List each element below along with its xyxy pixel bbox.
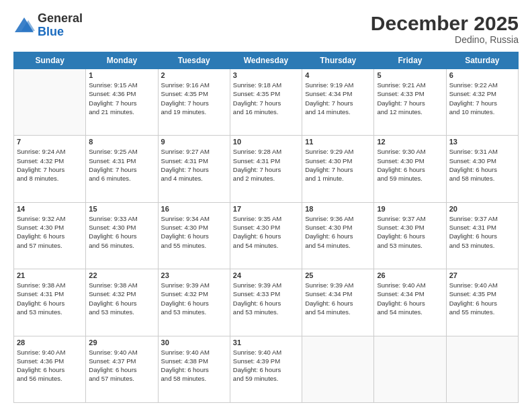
day-details: Sunrise: 9:29 AMSunset: 4:30 PMDaylight:… (305, 147, 371, 183)
day-details: Sunrise: 9:40 AMSunset: 4:35 PMDaylight:… (449, 281, 515, 316)
table-row: 14Sunrise: 9:32 AMSunset: 4:30 PMDayligh… (14, 202, 86, 269)
table-row: 26Sunrise: 9:40 AMSunset: 4:34 PMDayligh… (374, 269, 446, 336)
day-details: Sunrise: 9:35 AMSunset: 4:30 PMDaylight:… (233, 214, 299, 250)
table-row: 25Sunrise: 9:39 AMSunset: 4:34 PMDayligh… (302, 269, 374, 336)
table-row: 20Sunrise: 9:37 AMSunset: 4:31 PMDayligh… (446, 202, 518, 269)
table-row: 3Sunrise: 9:18 AMSunset: 4:35 PMDaylight… (230, 69, 302, 136)
table-row: 18Sunrise: 9:36 AMSunset: 4:30 PMDayligh… (302, 202, 374, 269)
table-row: 19Sunrise: 9:37 AMSunset: 4:30 PMDayligh… (374, 202, 446, 269)
day-details: Sunrise: 9:34 AMSunset: 4:30 PMDaylight:… (161, 214, 227, 250)
table-row: 8Sunrise: 9:25 AMSunset: 4:31 PMDaylight… (86, 136, 158, 202)
day-details: Sunrise: 9:39 AMSunset: 4:33 PMDaylight:… (233, 281, 299, 316)
table-row: 5Sunrise: 9:21 AMSunset: 4:33 PMDaylight… (374, 69, 446, 136)
day-number: 7 (17, 138, 83, 146)
table-row: 23Sunrise: 9:39 AMSunset: 4:32 PMDayligh… (158, 269, 230, 336)
day-details: Sunrise: 9:16 AMSunset: 4:35 PMDaylight:… (161, 81, 227, 116)
day-details: Sunrise: 9:15 AMSunset: 4:36 PMDaylight:… (89, 81, 154, 116)
day-details: Sunrise: 9:37 AMSunset: 4:30 PMDaylight:… (377, 214, 443, 250)
table-row (14, 69, 86, 136)
logo-blue: Blue (38, 26, 83, 39)
day-number: 13 (449, 138, 515, 146)
title-block: December 2025 Dedino, Russia (371, 12, 519, 45)
col-monday: Monday (86, 52, 158, 69)
table-row: 7Sunrise: 9:24 AMSunset: 4:32 PMDaylight… (14, 136, 86, 202)
day-details: Sunrise: 9:37 AMSunset: 4:31 PMDaylight:… (449, 214, 515, 250)
table-row: 30Sunrise: 9:40 AMSunset: 4:38 PMDayligh… (158, 336, 230, 402)
col-wednesday: Wednesday (230, 52, 302, 69)
logo-icon (13, 16, 35, 35)
table-row: 10Sunrise: 9:28 AMSunset: 4:31 PMDayligh… (230, 136, 302, 202)
day-number: 22 (89, 271, 154, 279)
table-row: 6Sunrise: 9:22 AMSunset: 4:32 PMDaylight… (446, 69, 518, 136)
day-number: 30 (161, 338, 227, 347)
col-saturday: Saturday (446, 52, 518, 69)
day-details: Sunrise: 9:38 AMSunset: 4:32 PMDaylight:… (89, 281, 154, 316)
table-row (446, 336, 518, 402)
day-number: 8 (89, 138, 154, 146)
header: General Blue December 2025 Dedino, Russi… (13, 12, 519, 45)
page: General Blue December 2025 Dedino, Russi… (0, 0, 532, 411)
col-friday: Friday (374, 52, 446, 69)
day-details: Sunrise: 9:33 AMSunset: 4:30 PMDaylight:… (89, 214, 154, 250)
day-number: 16 (161, 205, 227, 213)
day-details: Sunrise: 9:31 AMSunset: 4:30 PMDaylight:… (449, 147, 515, 183)
calendar-week-row: 1Sunrise: 9:15 AMSunset: 4:36 PMDaylight… (14, 69, 519, 136)
day-number: 10 (233, 138, 299, 146)
day-details: Sunrise: 9:40 AMSunset: 4:37 PMDaylight:… (89, 348, 154, 383)
day-number: 5 (377, 71, 443, 79)
day-number: 27 (449, 271, 515, 279)
day-number: 21 (17, 271, 83, 279)
day-number: 6 (449, 71, 515, 79)
day-details: Sunrise: 9:19 AMSunset: 4:34 PMDaylight:… (305, 81, 371, 116)
table-row: 4Sunrise: 9:19 AMSunset: 4:34 PMDaylight… (302, 69, 374, 136)
day-number: 18 (305, 205, 371, 213)
day-details: Sunrise: 9:18 AMSunset: 4:35 PMDaylight:… (233, 81, 299, 116)
table-row: 12Sunrise: 9:30 AMSunset: 4:30 PMDayligh… (374, 136, 446, 202)
table-row: 1Sunrise: 9:15 AMSunset: 4:36 PMDaylight… (86, 69, 158, 136)
day-details: Sunrise: 9:32 AMSunset: 4:30 PMDaylight:… (17, 214, 83, 250)
day-number: 19 (377, 205, 443, 213)
table-row: 21Sunrise: 9:38 AMSunset: 4:31 PMDayligh… (14, 269, 86, 336)
day-details: Sunrise: 9:30 AMSunset: 4:30 PMDaylight:… (377, 147, 443, 183)
day-number: 28 (17, 338, 83, 347)
day-details: Sunrise: 9:21 AMSunset: 4:33 PMDaylight:… (377, 81, 443, 116)
table-row: 29Sunrise: 9:40 AMSunset: 4:37 PMDayligh… (86, 336, 158, 402)
day-details: Sunrise: 9:40 AMSunset: 4:38 PMDaylight:… (161, 348, 227, 383)
table-row: 31Sunrise: 9:40 AMSunset: 4:39 PMDayligh… (230, 336, 302, 402)
col-tuesday: Tuesday (158, 52, 230, 69)
day-number: 17 (233, 205, 299, 213)
day-details: Sunrise: 9:28 AMSunset: 4:31 PMDaylight:… (233, 147, 299, 183)
calendar-week-row: 21Sunrise: 9:38 AMSunset: 4:31 PMDayligh… (14, 269, 519, 336)
calendar-week-row: 7Sunrise: 9:24 AMSunset: 4:32 PMDaylight… (14, 136, 519, 202)
col-thursday: Thursday (302, 52, 374, 69)
day-number: 4 (305, 71, 371, 79)
day-details: Sunrise: 9:22 AMSunset: 4:32 PMDaylight:… (449, 81, 515, 116)
calendar-table: Sunday Monday Tuesday Wednesday Thursday… (13, 52, 519, 403)
day-details: Sunrise: 9:40 AMSunset: 4:39 PMDaylight:… (233, 348, 299, 383)
day-details: Sunrise: 9:38 AMSunset: 4:31 PMDaylight:… (17, 281, 83, 316)
table-row: 27Sunrise: 9:40 AMSunset: 4:35 PMDayligh… (446, 269, 518, 336)
day-details: Sunrise: 9:24 AMSunset: 4:32 PMDaylight:… (17, 147, 83, 183)
table-row: 17Sunrise: 9:35 AMSunset: 4:30 PMDayligh… (230, 202, 302, 269)
logo-general: General (38, 12, 83, 26)
table-row (374, 336, 446, 402)
day-details: Sunrise: 9:25 AMSunset: 4:31 PMDaylight:… (89, 147, 154, 183)
col-sunday: Sunday (14, 52, 86, 69)
day-number: 3 (233, 71, 299, 79)
day-details: Sunrise: 9:39 AMSunset: 4:32 PMDaylight:… (161, 281, 227, 316)
day-number: 14 (17, 205, 83, 213)
location: Dedino, Russia (371, 34, 519, 45)
day-number: 1 (89, 71, 154, 79)
table-row (302, 336, 374, 402)
table-row: 24Sunrise: 9:39 AMSunset: 4:33 PMDayligh… (230, 269, 302, 336)
logo-text: General Blue (38, 12, 83, 39)
day-details: Sunrise: 9:40 AMSunset: 4:36 PMDaylight:… (17, 348, 83, 383)
day-number: 26 (377, 271, 443, 279)
table-row: 28Sunrise: 9:40 AMSunset: 4:36 PMDayligh… (14, 336, 86, 402)
calendar-header-row: Sunday Monday Tuesday Wednesday Thursday… (14, 52, 519, 69)
table-row: 11Sunrise: 9:29 AMSunset: 4:30 PMDayligh… (302, 136, 374, 202)
day-details: Sunrise: 9:39 AMSunset: 4:34 PMDaylight:… (305, 281, 371, 316)
day-number: 9 (161, 138, 227, 146)
day-number: 11 (305, 138, 371, 146)
table-row: 16Sunrise: 9:34 AMSunset: 4:30 PMDayligh… (158, 202, 230, 269)
